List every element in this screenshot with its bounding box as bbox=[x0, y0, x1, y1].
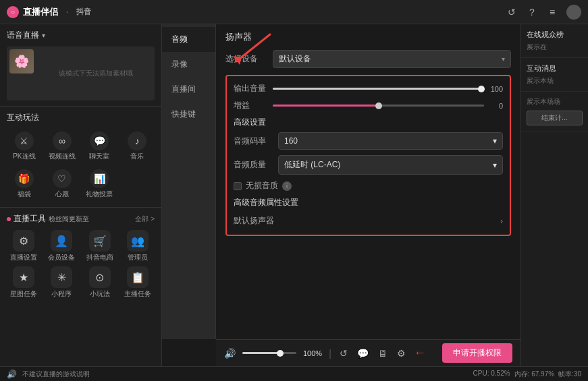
interactive-title: 互动玩法 bbox=[7, 112, 155, 123]
lossless-info-icon[interactable]: i bbox=[282, 181, 292, 191]
tool-live-settings[interactable]: ⚙ 直播设置 bbox=[7, 230, 41, 262]
start-broadcast-button[interactable]: 申请开播权限 bbox=[442, 343, 512, 363]
interactive-item-pk[interactable]: ⚔ PK连线 bbox=[7, 129, 42, 164]
tools-header: 直播工具 粉丝闯更新至 全部 > bbox=[7, 213, 155, 225]
bottom-sep-1: | bbox=[329, 348, 331, 359]
tool-admin[interactable]: 👥 管理员 bbox=[121, 230, 155, 262]
interactive-section: 互动玩法 ⚔ PK连线 ∞ 视频连线 💬 聊天室 ♪ 音乐 bbox=[0, 107, 161, 208]
tool-miniapp[interactable]: ✳ 小程序 bbox=[45, 266, 78, 299]
status-speaker-icon: 🔊 bbox=[7, 370, 17, 379]
wish-icon: ♡ bbox=[53, 169, 72, 188]
stream-header: 语音直播 ▾ bbox=[7, 30, 155, 41]
music-icon: ♪ bbox=[128, 131, 146, 150]
stream-section: 语音直播 ▾ 🌸 该模式下无法添加素材哦 bbox=[0, 24, 161, 107]
gift-icon: 🎁 bbox=[15, 169, 34, 188]
gain-thumb bbox=[375, 102, 382, 109]
pk-icon: ⚔ bbox=[15, 131, 34, 150]
bottom-refresh-icon[interactable]: ↺ bbox=[338, 347, 349, 360]
stream-dropdown-icon[interactable]: ▾ bbox=[42, 32, 45, 39]
interactive-item-music[interactable]: ♪ 音乐 bbox=[119, 129, 155, 164]
menu-icon[interactable]: ≡ bbox=[546, 6, 558, 18]
stream-preview-text: 该模式下无法添加素材哦 bbox=[59, 69, 133, 78]
broadcaster-task-label: 主播任务 bbox=[124, 289, 151, 299]
tab-video[interactable]: 录像 bbox=[162, 52, 215, 77]
bottom-screen-icon[interactable]: 🖥 bbox=[377, 347, 389, 360]
tool-broadcaster-task[interactable]: 📋 主播任务 bbox=[121, 266, 155, 299]
tab-stream[interactable]: 直播间 bbox=[162, 77, 215, 102]
refresh-icon[interactable]: ↺ bbox=[506, 6, 518, 18]
bitrate-select[interactable]: 160 ▾ bbox=[278, 132, 503, 150]
tab-audio[interactable]: 音频 bbox=[162, 27, 215, 52]
device-label: 选择设备 bbox=[225, 53, 266, 65]
right-online-section: 在线观众榜 展示在 bbox=[521, 24, 588, 58]
advanced-title: 高级设置 bbox=[234, 117, 503, 128]
lossless-checkbox[interactable] bbox=[234, 182, 242, 190]
bottom-vol-pct: 100% bbox=[303, 349, 322, 357]
admin-icon: 👥 bbox=[127, 230, 149, 252]
tool-member[interactable]: 👤 会员设备 bbox=[45, 230, 78, 262]
fps-metric: 帧率:30 bbox=[558, 370, 581, 379]
device-row: 选择设备 默认设备 ▾ bbox=[225, 50, 511, 68]
logo-icon: ○ bbox=[7, 6, 19, 18]
lossless-row: 无损音质 i bbox=[234, 180, 503, 192]
interactive-item-wish[interactable]: ♡ 心愿 bbox=[45, 167, 80, 202]
tool-ecommerce[interactable]: 🛒 抖音电商 bbox=[83, 230, 117, 262]
tools-grid: ⚙ 直播设置 👤 会员设备 🛒 抖音电商 👥 管理员 bbox=[7, 230, 155, 262]
content-bottom-bar: 🔊 100% | ↺ 💬 🖥 ⚙ ← 申请开播权限 bbox=[216, 339, 520, 366]
output-vol-track[interactable] bbox=[273, 88, 484, 90]
left-sidebar: 语音直播 ▾ 🌸 该模式下无法添加素材哦 互动玩法 ⚔ PK连线 ∞ bbox=[0, 24, 162, 366]
chat-label: 聊天室 bbox=[89, 152, 109, 161]
bottom-volume-slider[interactable] bbox=[242, 352, 296, 354]
output-vol-thumb bbox=[478, 86, 485, 92]
broadcaster-task-icon: 📋 bbox=[127, 266, 149, 288]
volume-icon: 🔊 bbox=[224, 348, 236, 359]
right-interactive-sub: 展示本场 bbox=[527, 76, 583, 86]
star-task-label: 星图任务 bbox=[10, 289, 37, 299]
video-link-label: 视频连线 bbox=[49, 152, 76, 161]
interactive-item-gift[interactable]: 🎁 福袋 bbox=[7, 167, 42, 202]
right-end-btn[interactable]: 结束计... bbox=[527, 111, 583, 125]
content-area: 音频 录像 直播间 快捷键 扬声器 选择设备 默认设备 ▾ 输出音量 bbox=[162, 24, 520, 366]
help-icon[interactable]: ? bbox=[526, 6, 538, 18]
status-bar: 🔊 不建议直播的游戏说明 CPU: 0.52% 内存: 67.97% 帧率:30 bbox=[0, 366, 588, 381]
mem-metric: 内存: 67.97% bbox=[514, 370, 554, 379]
star-task-icon: ★ bbox=[13, 266, 34, 288]
tool-star-task[interactable]: ★ 星图任务 bbox=[7, 266, 41, 299]
device-select[interactable]: 默认设备 ▾ bbox=[273, 50, 511, 68]
member-label: 会员设备 bbox=[48, 253, 75, 262]
interactive-item-vote[interactable]: 📊 礼物投票 bbox=[82, 167, 117, 202]
minigame-label: 小玩法 bbox=[90, 289, 110, 299]
quality-row: 音频质量 低延时 (LC-AC) ▾ bbox=[234, 155, 503, 175]
bitrate-select-arrow: ▾ bbox=[493, 136, 497, 146]
right-panel: 在线观众榜 展示在 互动消息 展示本场 展示本场场 结束计... bbox=[520, 24, 588, 366]
avatar[interactable] bbox=[566, 5, 581, 20]
app-title: 直播伴侣 bbox=[23, 6, 58, 18]
bottom-chat-icon[interactable]: 💬 bbox=[356, 347, 370, 360]
advanced-attr-title: 高级音频属性设置 bbox=[234, 197, 503, 208]
wish-label: 心愿 bbox=[55, 189, 69, 199]
member-icon: 👤 bbox=[51, 230, 72, 252]
right-local-section: 展示本场场 结束计... bbox=[521, 92, 588, 131]
live-settings-icon: ⚙ bbox=[13, 230, 34, 252]
default-speaker-row[interactable]: 默认扬声器 › bbox=[234, 214, 503, 228]
gain-track[interactable] bbox=[273, 105, 484, 107]
app-subtitle: 抖音 bbox=[76, 7, 91, 17]
tab-hotkey[interactable]: 快捷键 bbox=[162, 102, 215, 127]
device-select-arrow: ▾ bbox=[502, 55, 505, 63]
bottom-settings-icon[interactable]: ⚙ bbox=[396, 347, 407, 360]
tools-all-link[interactable]: 全部 > bbox=[135, 214, 155, 224]
tool-minigame[interactable]: ⊙ 小玩法 bbox=[83, 266, 117, 299]
live-settings-label: 直播设置 bbox=[10, 253, 37, 262]
ecommerce-icon: 🛒 bbox=[89, 230, 111, 252]
interactive-item-chat[interactable]: 💬 聊天室 bbox=[82, 129, 117, 164]
interactive-item-video[interactable]: ∞ 视频连线 bbox=[45, 129, 80, 164]
vote-icon: 📊 bbox=[90, 169, 109, 188]
right-interactive-section: 互动消息 展示本场 bbox=[521, 58, 588, 92]
nav-tabs: 音频 录像 直播间 快捷键 bbox=[162, 24, 216, 339]
quality-select[interactable]: 低延时 (LC-AC) ▾ bbox=[278, 155, 503, 175]
top-bar: ○ 直播伴侣 · 抖音 ↺ ? ≡ bbox=[0, 0, 588, 24]
bottom-slider-thumb bbox=[277, 350, 284, 357]
volume-settings-box: 输出音量 100 增益 0 高级设置 bbox=[225, 75, 511, 236]
ecommerce-label: 抖音电商 bbox=[86, 253, 113, 262]
minigame-icon: ⊙ bbox=[89, 266, 111, 288]
